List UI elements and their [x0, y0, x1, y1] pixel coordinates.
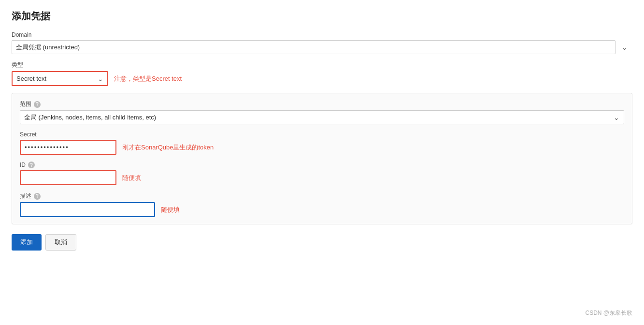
scope-select-wrapper: 全局 (Jenkins, nodes, items, all child ite…: [20, 110, 624, 124]
domain-select[interactable]: 全局凭据 (unrestricted): [12, 40, 615, 54]
type-group: 类型 Secret text 注意，类型是Secret text: [12, 61, 632, 86]
id-label: ID: [20, 162, 26, 168]
desc-input-box: Jenkins连接SonarQube的token: [20, 202, 155, 217]
desc-row: Jenkins连接SonarQube的token 随便填: [20, 202, 624, 217]
desc-label-row: 描述 ?: [20, 192, 624, 200]
domain-select-wrapper: 全局凭据 (unrestricted): [12, 40, 632, 54]
secret-row: 刚才在SonarQube里生成的token: [20, 140, 624, 155]
id-annotation: 随便填: [122, 174, 141, 182]
secret-label: Secret: [20, 131, 37, 138]
type-row: Secret text 注意，类型是Secret text: [12, 71, 632, 86]
desc-input[interactable]: Jenkins连接SonarQube的token: [20, 202, 155, 217]
desc-help-icon[interactable]: ?: [34, 193, 41, 200]
secret-input[interactable]: [20, 140, 116, 155]
id-help-icon[interactable]: ?: [28, 162, 35, 168]
type-annotation: 注意，类型是Secret text: [114, 74, 182, 83]
type-select[interactable]: Secret text: [12, 71, 108, 86]
type-label: 类型: [12, 61, 632, 69]
id-input[interactable]: jenkins_sonar_token: [20, 170, 116, 185]
button-bar: 添加 取消: [12, 234, 632, 251]
desc-annotation: 随便填: [161, 206, 180, 214]
cancel-button[interactable]: 取消: [45, 234, 76, 251]
add-button[interactable]: 添加: [12, 234, 42, 251]
id-input-box: jenkins_sonar_token: [20, 170, 116, 185]
secret-group: Secret 刚才在SonarQube里生成的token: [20, 131, 624, 155]
inner-section: 范围 ? 全局 (Jenkins, nodes, items, all chil…: [12, 93, 632, 224]
scope-group: 范围 ? 全局 (Jenkins, nodes, items, all chil…: [20, 100, 624, 124]
scope-select[interactable]: 全局 (Jenkins, nodes, items, all child ite…: [20, 110, 624, 124]
scope-label-row: 范围 ?: [20, 100, 624, 108]
id-row: jenkins_sonar_token 随便填: [20, 170, 624, 185]
domain-group: Domain 全局凭据 (unrestricted): [12, 31, 632, 54]
domain-label: Domain: [12, 31, 632, 38]
id-label-row: ID ?: [20, 162, 624, 168]
id-group: ID ? jenkins_sonar_token 随便填: [20, 162, 624, 185]
scope-help-icon[interactable]: ?: [34, 101, 41, 108]
page-container: 添加凭据 Domain 全局凭据 (unrestricted) 类型 Secre…: [0, 0, 644, 325]
secret-input-box: [20, 140, 116, 155]
secret-annotation: 刚才在SonarQube里生成的token: [122, 143, 214, 152]
secret-label-row: Secret: [20, 131, 624, 138]
desc-label: 描述: [20, 192, 31, 200]
desc-group: 描述 ? Jenkins连接SonarQube的token 随便填: [20, 192, 624, 217]
type-select-box: Secret text: [12, 71, 108, 86]
footer-watermark: CSDN @东皋长歌: [585, 309, 632, 317]
page-title: 添加凭据: [12, 10, 632, 23]
scope-label: 范围: [20, 100, 31, 108]
